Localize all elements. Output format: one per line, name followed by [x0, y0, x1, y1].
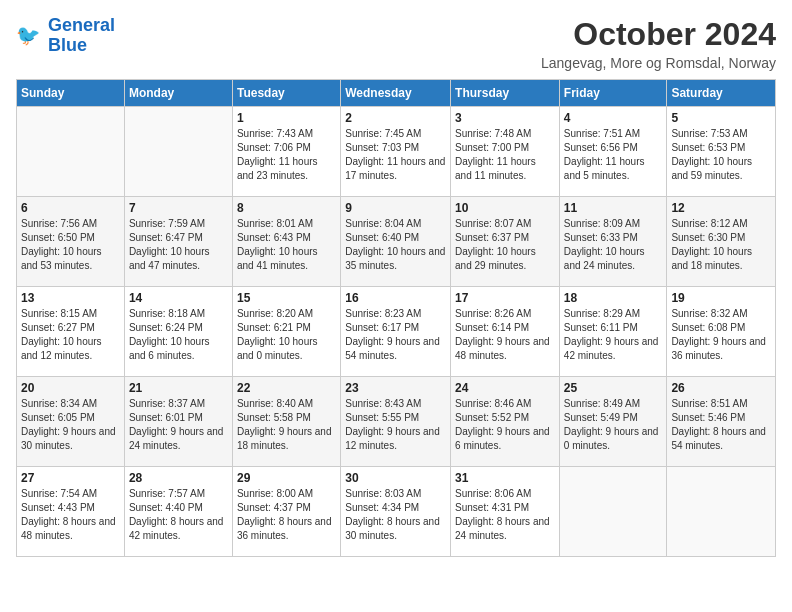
sunset-text: Sunset: 6:24 PM — [129, 322, 203, 333]
day-number: 5 — [671, 111, 771, 125]
daylight-text: Daylight: 9 hours and 30 minutes. — [21, 426, 116, 451]
calendar-cell: 4 Sunrise: 7:51 AM Sunset: 6:56 PM Dayli… — [559, 107, 667, 197]
daylight-text: Daylight: 8 hours and 30 minutes. — [345, 516, 440, 541]
svg-text:🐦: 🐦 — [16, 22, 41, 46]
sunset-text: Sunset: 4:40 PM — [129, 502, 203, 513]
calendar-cell: 30 Sunrise: 8:03 AM Sunset: 4:34 PM Dayl… — [341, 467, 451, 557]
sunset-text: Sunset: 6:08 PM — [671, 322, 745, 333]
day-number: 1 — [237, 111, 336, 125]
day-number: 26 — [671, 381, 771, 395]
sunrise-text: Sunrise: 7:54 AM — [21, 488, 97, 499]
calendar-cell: 15 Sunrise: 8:20 AM Sunset: 6:21 PM Dayl… — [232, 287, 340, 377]
day-info: Sunrise: 8:34 AM Sunset: 6:05 PM Dayligh… — [21, 397, 120, 453]
sunset-text: Sunset: 6:40 PM — [345, 232, 419, 243]
daylight-text: Daylight: 9 hours and 42 minutes. — [564, 336, 659, 361]
sunrise-text: Sunrise: 8:06 AM — [455, 488, 531, 499]
day-info: Sunrise: 7:53 AM Sunset: 6:53 PM Dayligh… — [671, 127, 771, 183]
day-number: 13 — [21, 291, 120, 305]
daylight-text: Daylight: 10 hours and 41 minutes. — [237, 246, 318, 271]
daylight-text: Daylight: 11 hours and 17 minutes. — [345, 156, 445, 181]
calendar-cell: 29 Sunrise: 8:00 AM Sunset: 4:37 PM Dayl… — [232, 467, 340, 557]
calendar-cell — [17, 107, 125, 197]
calendar-cell: 20 Sunrise: 8:34 AM Sunset: 6:05 PM Dayl… — [17, 377, 125, 467]
day-number: 19 — [671, 291, 771, 305]
day-info: Sunrise: 8:29 AM Sunset: 6:11 PM Dayligh… — [564, 307, 663, 363]
day-number: 10 — [455, 201, 555, 215]
calendar-week-row: 27 Sunrise: 7:54 AM Sunset: 4:43 PM Dayl… — [17, 467, 776, 557]
day-info: Sunrise: 8:49 AM Sunset: 5:49 PM Dayligh… — [564, 397, 663, 453]
daylight-text: Daylight: 10 hours and 35 minutes. — [345, 246, 445, 271]
daylight-text: Daylight: 10 hours and 24 minutes. — [564, 246, 645, 271]
day-number: 24 — [455, 381, 555, 395]
day-info: Sunrise: 7:43 AM Sunset: 7:06 PM Dayligh… — [237, 127, 336, 183]
col-header-saturday: Saturday — [667, 80, 776, 107]
sunset-text: Sunset: 4:43 PM — [21, 502, 95, 513]
calendar-cell: 9 Sunrise: 8:04 AM Sunset: 6:40 PM Dayli… — [341, 197, 451, 287]
calendar-cell: 16 Sunrise: 8:23 AM Sunset: 6:17 PM Dayl… — [341, 287, 451, 377]
title-area: October 2024 Langevag, More og Romsdal, … — [541, 16, 776, 71]
day-number: 7 — [129, 201, 228, 215]
month-title: October 2024 — [541, 16, 776, 53]
calendar-cell — [559, 467, 667, 557]
logo: 🐦 General Blue — [16, 16, 115, 56]
calendar-cell: 31 Sunrise: 8:06 AM Sunset: 4:31 PM Dayl… — [451, 467, 560, 557]
day-number: 20 — [21, 381, 120, 395]
day-number: 16 — [345, 291, 446, 305]
sunset-text: Sunset: 4:34 PM — [345, 502, 419, 513]
calendar-cell: 7 Sunrise: 7:59 AM Sunset: 6:47 PM Dayli… — [124, 197, 232, 287]
day-info: Sunrise: 8:18 AM Sunset: 6:24 PM Dayligh… — [129, 307, 228, 363]
day-info: Sunrise: 8:46 AM Sunset: 5:52 PM Dayligh… — [455, 397, 555, 453]
daylight-text: Daylight: 9 hours and 54 minutes. — [345, 336, 440, 361]
calendar-cell: 14 Sunrise: 8:18 AM Sunset: 6:24 PM Dayl… — [124, 287, 232, 377]
col-header-tuesday: Tuesday — [232, 80, 340, 107]
daylight-text: Daylight: 9 hours and 18 minutes. — [237, 426, 332, 451]
daylight-text: Daylight: 9 hours and 48 minutes. — [455, 336, 550, 361]
calendar-cell: 28 Sunrise: 7:57 AM Sunset: 4:40 PM Dayl… — [124, 467, 232, 557]
day-number: 2 — [345, 111, 446, 125]
sunset-text: Sunset: 4:37 PM — [237, 502, 311, 513]
daylight-text: Daylight: 9 hours and 0 minutes. — [564, 426, 659, 451]
sunrise-text: Sunrise: 8:01 AM — [237, 218, 313, 229]
sunrise-text: Sunrise: 8:07 AM — [455, 218, 531, 229]
sunrise-text: Sunrise: 8:51 AM — [671, 398, 747, 409]
sunrise-text: Sunrise: 8:49 AM — [564, 398, 640, 409]
sunset-text: Sunset: 7:03 PM — [345, 142, 419, 153]
day-info: Sunrise: 7:59 AM Sunset: 6:47 PM Dayligh… — [129, 217, 228, 273]
sunset-text: Sunset: 6:21 PM — [237, 322, 311, 333]
sunset-text: Sunset: 5:49 PM — [564, 412, 638, 423]
day-number: 30 — [345, 471, 446, 485]
calendar-cell: 13 Sunrise: 8:15 AM Sunset: 6:27 PM Dayl… — [17, 287, 125, 377]
daylight-text: Daylight: 8 hours and 48 minutes. — [21, 516, 116, 541]
calendar-cell: 25 Sunrise: 8:49 AM Sunset: 5:49 PM Dayl… — [559, 377, 667, 467]
calendar-cell: 10 Sunrise: 8:07 AM Sunset: 6:37 PM Dayl… — [451, 197, 560, 287]
day-info: Sunrise: 8:23 AM Sunset: 6:17 PM Dayligh… — [345, 307, 446, 363]
sunset-text: Sunset: 5:55 PM — [345, 412, 419, 423]
calendar-cell: 5 Sunrise: 7:53 AM Sunset: 6:53 PM Dayli… — [667, 107, 776, 197]
sunset-text: Sunset: 6:47 PM — [129, 232, 203, 243]
day-number: 22 — [237, 381, 336, 395]
day-info: Sunrise: 8:07 AM Sunset: 6:37 PM Dayligh… — [455, 217, 555, 273]
sunrise-text: Sunrise: 8:23 AM — [345, 308, 421, 319]
day-info: Sunrise: 8:26 AM Sunset: 6:14 PM Dayligh… — [455, 307, 555, 363]
day-info: Sunrise: 7:56 AM Sunset: 6:50 PM Dayligh… — [21, 217, 120, 273]
sunrise-text: Sunrise: 8:00 AM — [237, 488, 313, 499]
day-info: Sunrise: 8:09 AM Sunset: 6:33 PM Dayligh… — [564, 217, 663, 273]
calendar-cell: 17 Sunrise: 8:26 AM Sunset: 6:14 PM Dayl… — [451, 287, 560, 377]
daylight-text: Daylight: 10 hours and 59 minutes. — [671, 156, 752, 181]
day-info: Sunrise: 8:40 AM Sunset: 5:58 PM Dayligh… — [237, 397, 336, 453]
sunset-text: Sunset: 6:56 PM — [564, 142, 638, 153]
location-text: Langevag, More og Romsdal, Norway — [541, 55, 776, 71]
sunset-text: Sunset: 7:00 PM — [455, 142, 529, 153]
sunset-text: Sunset: 6:30 PM — [671, 232, 745, 243]
daylight-text: Daylight: 8 hours and 42 minutes. — [129, 516, 224, 541]
day-number: 27 — [21, 471, 120, 485]
calendar-cell: 1 Sunrise: 7:43 AM Sunset: 7:06 PM Dayli… — [232, 107, 340, 197]
sunset-text: Sunset: 5:46 PM — [671, 412, 745, 423]
daylight-text: Daylight: 11 hours and 5 minutes. — [564, 156, 645, 181]
day-number: 17 — [455, 291, 555, 305]
calendar-cell: 22 Sunrise: 8:40 AM Sunset: 5:58 PM Dayl… — [232, 377, 340, 467]
daylight-text: Daylight: 10 hours and 29 minutes. — [455, 246, 536, 271]
day-info: Sunrise: 8:04 AM Sunset: 6:40 PM Dayligh… — [345, 217, 446, 273]
col-header-sunday: Sunday — [17, 80, 125, 107]
sunrise-text: Sunrise: 7:51 AM — [564, 128, 640, 139]
